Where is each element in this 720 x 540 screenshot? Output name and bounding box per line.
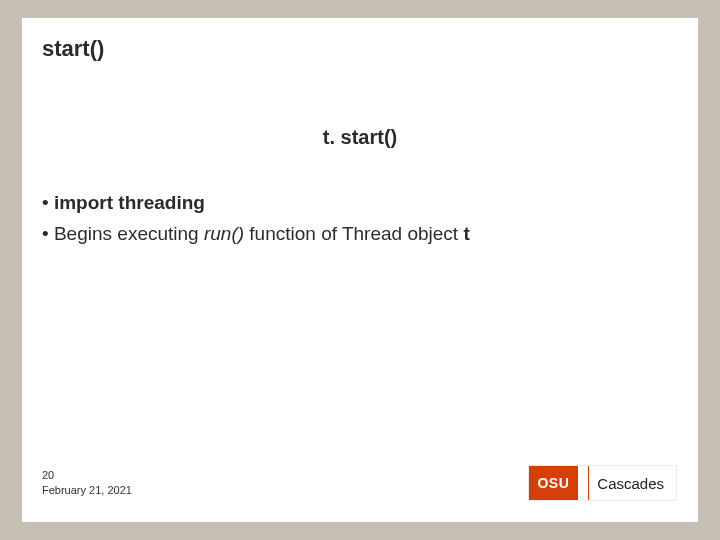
page-number: 20	[42, 468, 132, 483]
slide-content: start() t. start() import threading Begi…	[22, 18, 698, 522]
slide-subtitle: t. start()	[22, 126, 698, 149]
logo-osu-badge: OSU	[529, 466, 577, 500]
bullet-2-prefix: Begins executing	[54, 223, 204, 244]
logo-cascades-text: Cascades	[577, 466, 676, 500]
slide-footer: 20 February 21, 2021	[42, 468, 132, 498]
bullet-2-mid: function of Thread object	[244, 223, 463, 244]
bullet-item-2: Begins executing run() function of Threa…	[42, 219, 470, 248]
bullet-2-t: t	[463, 223, 469, 244]
logo-divider	[588, 466, 589, 500]
bullet-2-run: run()	[204, 223, 244, 244]
footer-date: February 21, 2021	[42, 483, 132, 498]
bullet-list: import threading Begins executing run() …	[42, 188, 470, 251]
slide-title: start()	[42, 36, 104, 62]
bullet-1-text: import threading	[54, 192, 205, 213]
osu-cascades-logo: OSU Cascades	[529, 466, 676, 500]
slide-frame: start() t. start() import threading Begi…	[0, 0, 720, 540]
logo-cascades-label: Cascades	[597, 475, 664, 492]
bullet-item-1: import threading	[42, 188, 470, 217]
